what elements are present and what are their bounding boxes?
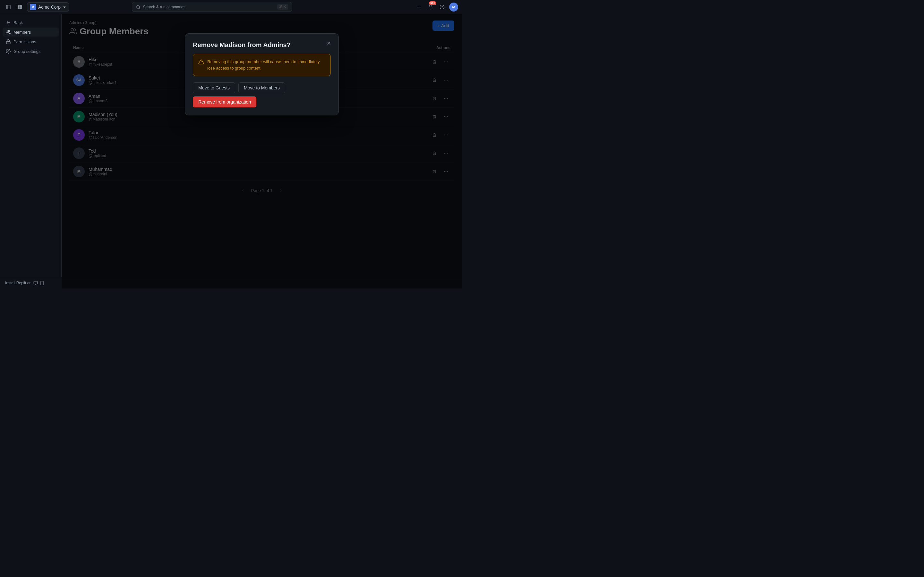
sidebar-members-label: Members: [13, 30, 31, 35]
svg-rect-38: [34, 281, 37, 284]
install-replit-button[interactable]: Install Replit on: [5, 281, 44, 285]
topbar: A Acme Corp Search & run commands ⌘ K 99: [0, 0, 462, 14]
notification-button[interactable]: 991: [426, 3, 435, 11]
plus-icon: [417, 5, 422, 10]
svg-rect-2: [18, 5, 19, 7]
topbar-right: 991 M: [415, 3, 458, 11]
chevron-down-icon: [63, 5, 66, 9]
install-label: Install Replit on: [5, 281, 31, 285]
modal-title: Remove Madison from Admins?: [193, 41, 331, 49]
notification-badge: 991: [429, 1, 436, 5]
layout: Back Members Permissions Group settings …: [0, 14, 462, 288]
close-icon: [326, 41, 331, 46]
svg-point-11: [8, 51, 9, 52]
plus-button[interactable]: [415, 3, 423, 11]
move-to-members-button[interactable]: Move to Members: [238, 82, 285, 93]
mobile-icon: [40, 281, 44, 285]
bell-icon: [428, 5, 433, 10]
settings-icon: [6, 49, 11, 54]
workspace-name: Acme Corp: [38, 5, 61, 10]
warning-triangle-icon: [198, 59, 204, 66]
sidebar-item-members[interactable]: Members: [3, 27, 59, 37]
modal-close-button[interactable]: [325, 39, 333, 48]
modal-overlay: Remove Madison from Admins? Removi: [61, 14, 462, 288]
svg-point-6: [136, 5, 139, 8]
svg-rect-3: [20, 5, 22, 7]
sidebar-back[interactable]: Back: [3, 18, 59, 27]
members-icon: [6, 29, 11, 35]
search-icon: [136, 5, 141, 9]
sidebar-item-group-settings[interactable]: Group settings: [3, 47, 59, 56]
grid-icon-button[interactable]: [15, 3, 24, 11]
svg-rect-10: [6, 41, 10, 44]
remove-from-org-button[interactable]: Remove from organization: [193, 97, 256, 107]
topbar-left: A Acme Corp: [4, 2, 69, 12]
search-placeholder: Search & run commands: [143, 5, 186, 9]
svg-rect-5: [20, 7, 22, 9]
svg-line-7: [139, 8, 140, 9]
svg-rect-0: [6, 5, 10, 9]
search-bar[interactable]: Search & run commands ⌘ K: [132, 2, 292, 12]
help-button[interactable]: [438, 3, 447, 11]
move-to-guests-button[interactable]: Move to Guests: [193, 82, 235, 93]
search-shortcut: ⌘ K: [277, 4, 288, 10]
warning-text: Removing this group member will cause th…: [207, 59, 325, 71]
desktop-icon: [33, 281, 38, 285]
modal: Remove Madison from Admins? Removi: [185, 33, 339, 115]
workspace-icon: A: [30, 4, 36, 10]
sidebar-group-settings-label: Group settings: [13, 49, 41, 54]
workspace-selector[interactable]: A Acme Corp: [27, 2, 69, 12]
warning-box: Removing this group member will cause th…: [193, 54, 331, 76]
main-content: Admins (Group) Group Members + Add Name …: [61, 14, 462, 288]
svg-rect-4: [18, 7, 19, 9]
modal-actions: Move to Guests Move to Members Remove fr…: [193, 82, 331, 107]
sidebar: Back Members Permissions Group settings: [0, 14, 61, 288]
sidebar-permissions-label: Permissions: [13, 39, 36, 44]
sidebar-toggle-button[interactable]: [4, 3, 13, 11]
back-arrow-icon: [6, 20, 11, 25]
sidebar-back-label: Back: [13, 20, 23, 25]
avatar[interactable]: M: [449, 3, 458, 11]
lock-icon: [6, 39, 11, 44]
help-icon: [439, 5, 445, 10]
sidebar-item-permissions[interactable]: Permissions: [3, 37, 59, 46]
search-input-wrap[interactable]: Search & run commands ⌘ K: [132, 2, 292, 12]
svg-point-9: [7, 30, 8, 32]
